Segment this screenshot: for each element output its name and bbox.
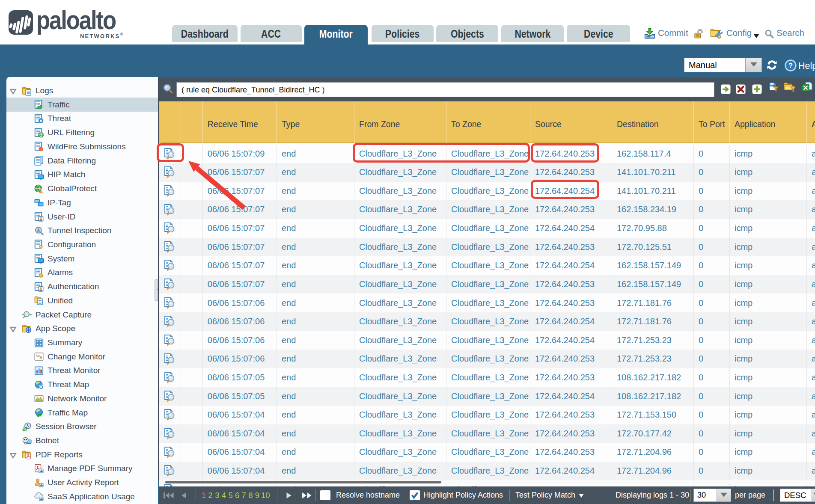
svg-text:?: ? <box>788 62 793 69</box>
